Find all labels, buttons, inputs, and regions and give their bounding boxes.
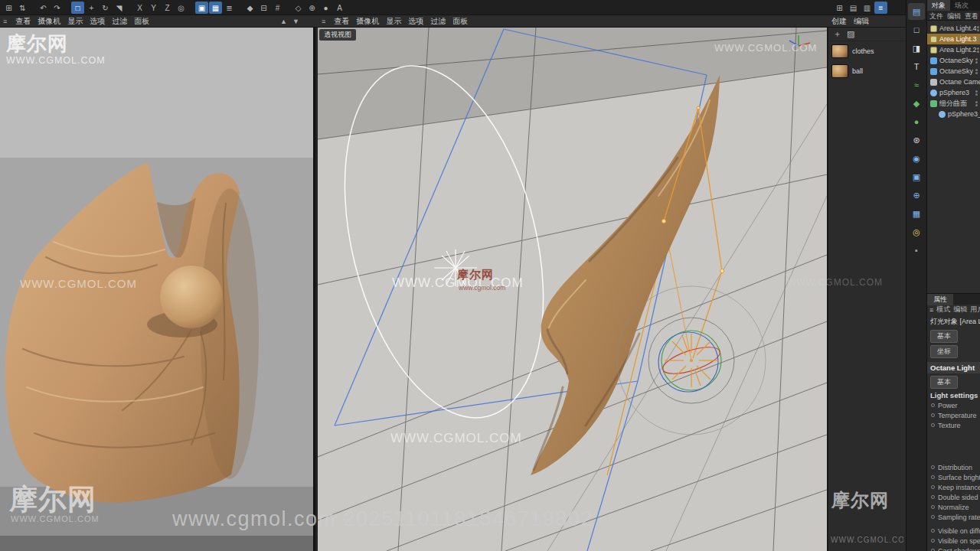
attr-tab-basic[interactable]: 基本 <box>930 330 958 343</box>
menu-create[interactable]: 创建 <box>831 16 847 27</box>
scale-tool-icon[interactable]: ◥ <box>113 2 126 14</box>
redo-icon[interactable]: ↷ <box>51 2 64 14</box>
menu-userdata[interactable]: 用户数据 <box>970 305 980 315</box>
menu-panel[interactable]: 面板 <box>134 16 149 27</box>
x-axis-lock-icon[interactable]: X <box>133 2 146 14</box>
nav-down-icon[interactable]: ▼ <box>292 18 299 25</box>
param-cast-shadows[interactable]: Cast shadows <box>927 546 980 551</box>
hamburger-icon[interactable]: ≡ <box>3 18 7 25</box>
menu-display[interactable]: 显示 <box>386 16 401 27</box>
menu-options[interactable]: 选项 <box>90 16 105 27</box>
tree-item-octane-camera[interactable]: Octane Came <box>927 77 980 87</box>
param-visible-on-specular[interactable]: Visible on specular <box>927 536 980 546</box>
attr-tab-coordinates[interactable]: 坐标 <box>930 345 958 358</box>
section-octane-light[interactable]: Octane Light <box>927 362 980 373</box>
move-tool-icon[interactable]: + <box>85 2 98 14</box>
z-axis-lock-icon[interactable]: Z <box>161 2 174 14</box>
layout-grid-icon[interactable]: ⊞ <box>2 2 15 14</box>
visibility-dots[interactable] <box>977 26 979 31</box>
menu-edit[interactable]: 编辑 <box>947 11 961 19</box>
menu-view[interactable]: 查看 <box>965 11 978 19</box>
menu-edit[interactable]: 编辑 <box>854 16 869 27</box>
param-sampling-rate[interactable]: Sampling rate <box>927 512 980 522</box>
nav-up-icon[interactable]: ▲ <box>280 18 287 25</box>
menu-cameras[interactable]: 摄像机 <box>38 16 60 27</box>
paint-material-icon[interactable]: ▨ <box>847 29 854 39</box>
visibility-dots[interactable] <box>975 58 978 64</box>
perspective-viewport[interactable]: 透视视图 <box>318 28 827 551</box>
y-axis-lock-icon[interactable]: Y <box>147 2 160 14</box>
visibility-dots[interactable] <box>975 69 978 74</box>
panel-toggle-icon[interactable]: ▤ <box>847 2 860 14</box>
snap-icon[interactable]: # <box>271 2 284 14</box>
menu-edit[interactable]: 编辑 <box>953 305 967 315</box>
magic-wand-icon[interactable]: ◆ <box>243 2 256 14</box>
param-temperature[interactable]: Temperature <box>927 410 980 420</box>
coordinate-system-icon[interactable]: ◎ <box>175 2 188 14</box>
viewport-label[interactable]: 透视视图 <box>319 29 356 41</box>
visibility-dots[interactable] <box>975 101 978 106</box>
rotate-tool-icon[interactable]: ↻ <box>99 2 112 14</box>
tree-item-psphere3-0[interactable]: pSphere3_0 <box>927 109 980 119</box>
display-mode-icon[interactable]: ⊟ <box>257 2 270 14</box>
menu-cameras[interactable]: 摄像机 <box>356 16 379 27</box>
add-material-icon[interactable]: ＋ <box>833 28 841 40</box>
copy-icon[interactable]: ▣ <box>908 168 925 185</box>
param-surface-brightness[interactable]: Surface brightness <box>927 472 980 482</box>
interface-layout-icon[interactable]: ⊞ <box>833 2 846 14</box>
menu-view[interactable]: 查看 <box>334 16 349 27</box>
visibility-dots[interactable] <box>977 47 979 53</box>
undo-icon[interactable]: ↶ <box>37 2 50 14</box>
split-view-icon[interactable]: ▥ <box>861 2 874 14</box>
menu-file[interactable]: 文件 <box>929 11 943 19</box>
render-queue-icon[interactable]: ≣ <box>223 2 236 14</box>
misc-icon[interactable]: ▪ <box>908 242 925 259</box>
menu-panel[interactable]: 面板 <box>452 16 468 27</box>
layers-icon[interactable]: ▤ <box>908 3 925 20</box>
target-icon[interactable]: ◉ <box>908 150 925 167</box>
mograph-icon[interactable]: ◇ <box>292 2 305 14</box>
tab-objects[interactable]: 对象 <box>927 0 950 11</box>
live-selection-icon[interactable]: □ <box>71 2 84 14</box>
add-object-icon[interactable]: ⊕ <box>305 2 318 14</box>
hamburger-icon[interactable]: ≡ <box>322 18 325 25</box>
menu-view[interactable]: 查看 <box>15 16 31 27</box>
param-normalize[interactable]: Normalize <box>927 502 980 512</box>
render-preview-viewport[interactable] <box>0 28 315 551</box>
text-tool-icon[interactable]: T <box>908 58 925 75</box>
group-light-settings[interactable]: Light settings <box>927 389 980 400</box>
cluster-icon[interactable]: ◆ <box>908 95 925 112</box>
globe-icon[interactable]: ⊕ <box>908 187 925 204</box>
octane-tab-main[interactable]: 基本 <box>930 376 958 389</box>
dock-toggle-icon[interactable]: ⇅ <box>16 2 29 14</box>
menu-mode[interactable]: 模式 <box>936 305 950 315</box>
render-settings-icon[interactable]: ▦ <box>209 2 222 14</box>
menu-filter[interactable]: 过滤 <box>430 16 446 27</box>
plane-icon[interactable]: □ <box>908 21 925 38</box>
param-power[interactable]: Power <box>927 400 980 410</box>
tree-item-area-light-2[interactable]: Area Light.2 <box>927 44 980 55</box>
material-item-ball[interactable]: ball <box>828 61 906 81</box>
menu-filter[interactable]: 过滤 <box>112 16 127 27</box>
visibility-dots[interactable] <box>975 90 978 96</box>
param-texture[interactable]: Texture <box>927 420 980 430</box>
tree-item-area-light-4[interactable]: Area Light.4 <box>927 23 980 34</box>
command-menu-icon[interactable]: ≡ <box>874 2 887 14</box>
tree-item-subdivision-surface[interactable]: 细分曲面 <box>927 98 980 109</box>
menu-options[interactable]: 选项 <box>408 16 423 27</box>
light-icon[interactable]: ◎ <box>908 223 925 240</box>
param-distribution[interactable]: Distribution <box>927 462 980 472</box>
visibility-dots[interactable] <box>977 37 979 42</box>
camera-icon[interactable]: ▦ <box>908 205 925 222</box>
param-visible-on-diffuse[interactable]: Visible on diffuse <box>927 526 980 536</box>
menu-display[interactable]: 显示 <box>67 16 83 27</box>
gear-icon[interactable]: ⊛ <box>908 132 925 148</box>
render-view-icon[interactable]: ▣ <box>195 2 208 14</box>
text-object-icon[interactable]: A <box>333 2 346 14</box>
atom-icon[interactable]: ● <box>908 113 925 130</box>
tree-item-area-light-3[interactable]: Area Light.3 <box>927 34 980 44</box>
tree-item-psphere3[interactable]: pSphere3 <box>927 87 980 98</box>
param-double-sided[interactable]: Double sided <box>927 492 980 502</box>
material-item-clothes[interactable]: clothes <box>828 41 906 61</box>
primitive-icon[interactable]: ● <box>319 2 332 14</box>
